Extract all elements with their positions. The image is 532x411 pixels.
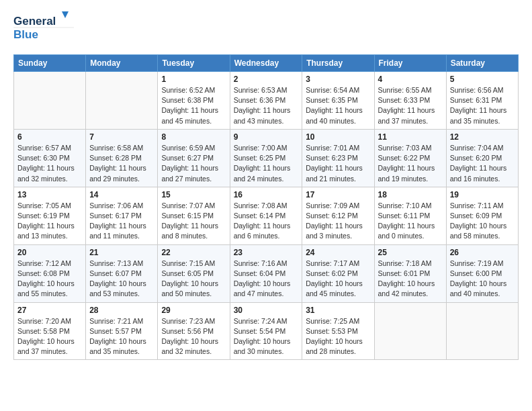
day-info: Sunrise: 7:03 AM Sunset: 6:22 PM Dayligh… bbox=[378, 143, 443, 184]
calendar-week-row: 27Sunrise: 7:20 AM Sunset: 5:58 PM Dayli… bbox=[14, 302, 519, 360]
day-number: 7 bbox=[89, 132, 154, 142]
day-info: Sunrise: 7:10 AM Sunset: 6:11 PM Dayligh… bbox=[378, 201, 443, 242]
day-info: Sunrise: 7:06 AM Sunset: 6:17 PM Dayligh… bbox=[89, 201, 154, 242]
calendar-cell: 23Sunrise: 7:16 AM Sunset: 6:04 PM Dayli… bbox=[230, 244, 302, 302]
calendar-cell: 22Sunrise: 7:15 AM Sunset: 6:05 PM Dayli… bbox=[158, 244, 230, 302]
calendar-header-monday: Monday bbox=[86, 55, 158, 72]
calendar-cell: 26Sunrise: 7:19 AM Sunset: 6:00 PM Dayli… bbox=[446, 244, 518, 302]
day-info: Sunrise: 7:25 AM Sunset: 5:53 PM Dayligh… bbox=[306, 316, 370, 357]
day-number: 18 bbox=[378, 190, 443, 199]
day-info: Sunrise: 6:56 AM Sunset: 6:31 PM Dayligh… bbox=[450, 85, 515, 126]
calendar-cell: 29Sunrise: 7:23 AM Sunset: 5:56 PM Dayli… bbox=[158, 302, 230, 360]
calendar-week-row: 1Sunrise: 6:52 AM Sunset: 6:38 PM Daylig… bbox=[14, 72, 519, 130]
day-info: Sunrise: 7:13 AM Sunset: 6:07 PM Dayligh… bbox=[89, 259, 154, 300]
day-info: Sunrise: 7:00 AM Sunset: 6:25 PM Dayligh… bbox=[234, 143, 299, 184]
day-number: 16 bbox=[234, 190, 299, 199]
calendar-cell: 31Sunrise: 7:25 AM Sunset: 5:53 PM Dayli… bbox=[302, 302, 374, 360]
calendar-header-friday: Friday bbox=[374, 55, 446, 72]
day-number: 9 bbox=[234, 132, 299, 142]
calendar-cell: 15Sunrise: 7:07 AM Sunset: 6:15 PM Dayli… bbox=[158, 187, 230, 244]
day-number: 24 bbox=[306, 248, 370, 257]
day-number: 22 bbox=[161, 248, 226, 257]
calendar-cell: 30Sunrise: 7:24 AM Sunset: 5:54 PM Dayli… bbox=[230, 302, 302, 360]
day-info: Sunrise: 7:23 AM Sunset: 5:56 PM Dayligh… bbox=[161, 316, 226, 357]
day-number: 20 bbox=[17, 248, 82, 257]
day-number: 30 bbox=[234, 306, 299, 315]
day-info: Sunrise: 7:11 AM Sunset: 6:09 PM Dayligh… bbox=[450, 201, 515, 242]
day-info: Sunrise: 6:57 AM Sunset: 6:30 PM Dayligh… bbox=[17, 143, 82, 184]
calendar-cell: 14Sunrise: 7:06 AM Sunset: 6:17 PM Dayli… bbox=[86, 187, 158, 244]
day-info: Sunrise: 7:05 AM Sunset: 6:19 PM Dayligh… bbox=[17, 201, 82, 242]
day-info: Sunrise: 7:19 AM Sunset: 6:00 PM Dayligh… bbox=[450, 259, 515, 300]
calendar-cell: 4Sunrise: 6:55 AM Sunset: 6:33 PM Daylig… bbox=[374, 72, 446, 130]
calendar-cell: 5Sunrise: 6:56 AM Sunset: 6:31 PM Daylig… bbox=[446, 72, 518, 130]
calendar-header-tuesday: Tuesday bbox=[158, 55, 230, 72]
logo: General Blue bbox=[13, 10, 77, 48]
day-number: 29 bbox=[161, 306, 226, 315]
day-number: 31 bbox=[306, 306, 370, 315]
day-number: 6 bbox=[17, 132, 82, 142]
calendar-cell: 1Sunrise: 6:52 AM Sunset: 6:38 PM Daylig… bbox=[158, 72, 230, 130]
day-number: 27 bbox=[17, 306, 82, 315]
calendar-header-saturday: Saturday bbox=[446, 55, 518, 72]
calendar-week-row: 6Sunrise: 6:57 AM Sunset: 6:30 PM Daylig… bbox=[14, 129, 519, 187]
day-number: 8 bbox=[161, 132, 226, 142]
day-number: 25 bbox=[378, 248, 443, 257]
calendar-cell: 9Sunrise: 7:00 AM Sunset: 6:25 PM Daylig… bbox=[230, 129, 302, 187]
day-number: 17 bbox=[306, 190, 370, 199]
calendar-cell: 10Sunrise: 7:01 AM Sunset: 6:23 PM Dayli… bbox=[302, 129, 374, 187]
day-info: Sunrise: 7:08 AM Sunset: 6:14 PM Dayligh… bbox=[234, 201, 299, 242]
day-info: Sunrise: 7:21 AM Sunset: 5:57 PM Dayligh… bbox=[89, 316, 154, 357]
page: General Blue SundayMondayTuesdayWednesda… bbox=[0, 0, 532, 373]
calendar-cell: 28Sunrise: 7:21 AM Sunset: 5:57 PM Dayli… bbox=[86, 302, 158, 360]
day-info: Sunrise: 7:12 AM Sunset: 6:08 PM Dayligh… bbox=[17, 259, 82, 300]
day-number: 14 bbox=[89, 190, 154, 199]
day-number: 11 bbox=[378, 132, 443, 142]
logo-svg: General Blue bbox=[13, 10, 77, 45]
calendar-cell: 20Sunrise: 7:12 AM Sunset: 6:08 PM Dayli… bbox=[14, 244, 86, 302]
day-info: Sunrise: 7:07 AM Sunset: 6:15 PM Dayligh… bbox=[161, 201, 226, 242]
day-info: Sunrise: 6:55 AM Sunset: 6:33 PM Dayligh… bbox=[378, 85, 443, 126]
calendar-cell: 25Sunrise: 7:18 AM Sunset: 6:01 PM Dayli… bbox=[374, 244, 446, 302]
day-info: Sunrise: 7:04 AM Sunset: 6:20 PM Dayligh… bbox=[450, 143, 515, 184]
calendar-cell: 27Sunrise: 7:20 AM Sunset: 5:58 PM Dayli… bbox=[14, 302, 86, 360]
day-info: Sunrise: 7:16 AM Sunset: 6:04 PM Dayligh… bbox=[234, 259, 299, 300]
calendar-cell bbox=[374, 302, 446, 360]
day-number: 10 bbox=[306, 132, 370, 142]
calendar-cell: 16Sunrise: 7:08 AM Sunset: 6:14 PM Dayli… bbox=[230, 187, 302, 244]
calendar-cell: 3Sunrise: 6:54 AM Sunset: 6:35 PM Daylig… bbox=[302, 72, 374, 130]
day-info: Sunrise: 7:09 AM Sunset: 6:12 PM Dayligh… bbox=[306, 201, 370, 242]
day-info: Sunrise: 7:15 AM Sunset: 6:05 PM Dayligh… bbox=[161, 259, 226, 300]
calendar-cell: 12Sunrise: 7:04 AM Sunset: 6:20 PM Dayli… bbox=[446, 129, 518, 187]
calendar-header-row: SundayMondayTuesdayWednesdayThursdayFrid… bbox=[14, 55, 519, 72]
calendar-cell: 13Sunrise: 7:05 AM Sunset: 6:19 PM Dayli… bbox=[14, 187, 86, 244]
calendar-cell: 18Sunrise: 7:10 AM Sunset: 6:11 PM Dayli… bbox=[374, 187, 446, 244]
calendar-cell: 7Sunrise: 6:58 AM Sunset: 6:28 PM Daylig… bbox=[86, 129, 158, 187]
calendar-header-wednesday: Wednesday bbox=[230, 55, 302, 72]
calendar-week-row: 20Sunrise: 7:12 AM Sunset: 6:08 PM Dayli… bbox=[14, 244, 519, 302]
calendar-cell: 2Sunrise: 6:53 AM Sunset: 6:36 PM Daylig… bbox=[230, 72, 302, 130]
calendar-cell: 11Sunrise: 7:03 AM Sunset: 6:22 PM Dayli… bbox=[374, 129, 446, 187]
day-number: 2 bbox=[234, 75, 299, 84]
calendar-cell: 8Sunrise: 6:59 AM Sunset: 6:27 PM Daylig… bbox=[158, 129, 230, 187]
day-info: Sunrise: 6:54 AM Sunset: 6:35 PM Dayligh… bbox=[306, 85, 370, 126]
day-number: 23 bbox=[234, 248, 299, 257]
day-number: 12 bbox=[450, 132, 515, 142]
calendar-table: SundayMondayTuesdayWednesdayThursdayFrid… bbox=[13, 54, 519, 360]
day-info: Sunrise: 6:58 AM Sunset: 6:28 PM Dayligh… bbox=[89, 143, 154, 184]
day-info: Sunrise: 6:53 AM Sunset: 6:36 PM Dayligh… bbox=[234, 85, 299, 126]
day-number: 21 bbox=[89, 248, 154, 257]
day-number: 3 bbox=[306, 75, 370, 84]
svg-text:General: General bbox=[13, 15, 56, 28]
day-number: 26 bbox=[450, 248, 515, 257]
calendar-cell bbox=[14, 72, 86, 130]
calendar-cell: 17Sunrise: 7:09 AM Sunset: 6:12 PM Dayli… bbox=[302, 187, 374, 244]
day-info: Sunrise: 7:20 AM Sunset: 5:58 PM Dayligh… bbox=[17, 316, 82, 357]
calendar-header-sunday: Sunday bbox=[14, 55, 86, 72]
day-number: 1 bbox=[161, 75, 226, 84]
day-info: Sunrise: 7:01 AM Sunset: 6:23 PM Dayligh… bbox=[306, 143, 370, 184]
day-info: Sunrise: 7:17 AM Sunset: 6:02 PM Dayligh… bbox=[306, 259, 370, 300]
day-info: Sunrise: 6:59 AM Sunset: 6:27 PM Dayligh… bbox=[161, 143, 226, 184]
day-number: 5 bbox=[450, 75, 515, 84]
day-info: Sunrise: 7:24 AM Sunset: 5:54 PM Dayligh… bbox=[234, 316, 299, 357]
